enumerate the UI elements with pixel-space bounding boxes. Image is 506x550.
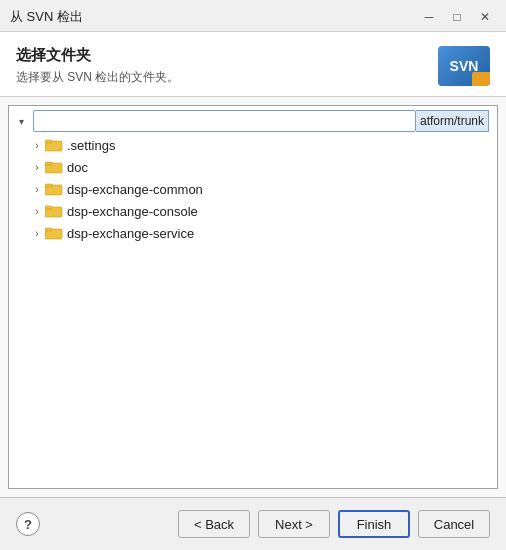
folder-icon xyxy=(45,160,63,174)
footer-right: < Back Next > Finish Cancel xyxy=(178,510,490,538)
footer-left: ? xyxy=(16,512,40,536)
list-item[interactable]: › doc xyxy=(9,156,497,178)
svg-rect-3 xyxy=(45,162,52,165)
help-button[interactable]: ? xyxy=(16,512,40,536)
close-button[interactable]: ✕ xyxy=(472,7,498,27)
url-input-wrapper: atform/trunk xyxy=(33,110,489,132)
url-suffix: atform/trunk xyxy=(416,110,489,132)
finish-button[interactable]: Finish xyxy=(338,510,410,538)
window-title: 从 SVN 检出 xyxy=(10,8,83,26)
titlebar: 从 SVN 检出 ─ □ ✕ xyxy=(0,0,506,32)
item-toggle-1[interactable]: › xyxy=(29,159,45,175)
header-text: 选择文件夹 选择要从 SVN 检出的文件夹。 xyxy=(16,46,179,86)
svg-rect-5 xyxy=(45,184,52,187)
tree-item-label: dsp-exchange-console xyxy=(67,204,198,219)
page-title: 选择文件夹 xyxy=(16,46,179,65)
item-toggle-3[interactable]: › xyxy=(29,203,45,219)
cancel-button[interactable]: Cancel xyxy=(418,510,490,538)
footer-section: ? < Back Next > Finish Cancel xyxy=(0,497,506,550)
page-subtitle: 选择要从 SVN 检出的文件夹。 xyxy=(16,69,179,86)
header-section: 选择文件夹 选择要从 SVN 检出的文件夹。 SVN xyxy=(0,32,506,97)
back-button[interactable]: < Back xyxy=(178,510,250,538)
tree-item-label: dsp-exchange-service xyxy=(67,226,194,241)
folder-icon xyxy=(45,204,63,218)
tree-item-label: doc xyxy=(67,160,88,175)
item-toggle-2[interactable]: › xyxy=(29,181,45,197)
svg-rect-1 xyxy=(45,140,52,143)
list-item[interactable]: › dsp-exchange-common xyxy=(9,178,497,200)
dialog-body: 选择文件夹 选择要从 SVN 检出的文件夹。 SVN ▾ atform/trun… xyxy=(0,32,506,550)
list-item[interactable]: › dsp-exchange-service xyxy=(9,222,497,244)
maximize-button[interactable]: □ xyxy=(444,7,470,27)
svg-rect-7 xyxy=(45,206,52,209)
next-button[interactable]: Next > xyxy=(258,510,330,538)
window-controls: ─ □ ✕ xyxy=(416,7,498,27)
folder-icon xyxy=(45,182,63,196)
svn-logo-text: SVN xyxy=(450,58,479,74)
tree-container[interactable]: ▾ atform/trunk › .settings › xyxy=(8,105,498,489)
list-item[interactable]: › dsp-exchange-console xyxy=(9,200,497,222)
tree-item-label: .settings xyxy=(67,138,115,153)
list-item[interactable]: › .settings xyxy=(9,134,497,156)
svg-rect-9 xyxy=(45,228,52,231)
url-input[interactable] xyxy=(33,110,416,132)
minimize-button[interactable]: ─ xyxy=(416,7,442,27)
item-toggle-4[interactable]: › xyxy=(29,225,45,241)
tree-root[interactable]: ▾ atform/trunk xyxy=(9,108,497,134)
folder-icon xyxy=(45,226,63,240)
tree-root-toggle[interactable]: ▾ xyxy=(13,113,29,129)
folder-icon xyxy=(45,138,63,152)
content-section: ▾ atform/trunk › .settings › xyxy=(0,97,506,497)
tree-item-label: dsp-exchange-common xyxy=(67,182,203,197)
item-toggle-0[interactable]: › xyxy=(29,137,45,153)
svn-logo: SVN xyxy=(438,46,490,86)
